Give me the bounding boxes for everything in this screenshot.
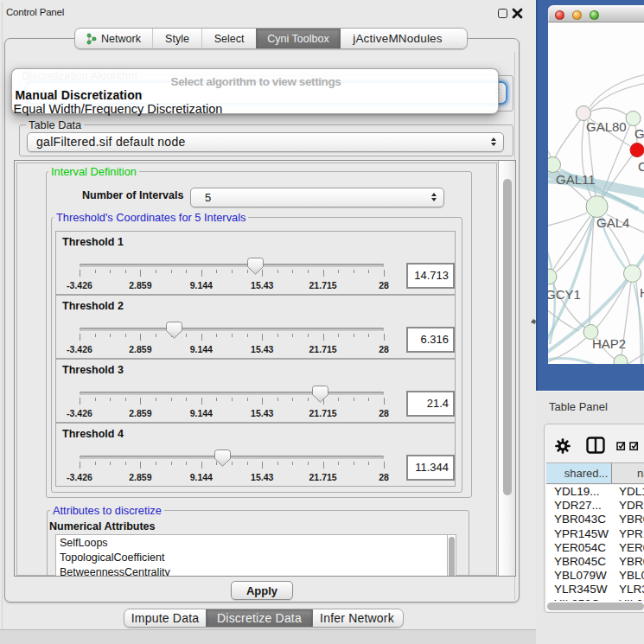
slider-tick-label: 15.43 [236,408,288,418]
cell-shared-name: YDR27... [554,499,602,513]
network-node[interactable] [548,269,557,284]
bottom-tab-discretize-data[interactable]: Discretize Data [206,609,312,627]
cell-shared-name: YLR345W [554,583,608,596]
cell-shared-name: YBR045C [554,555,606,569]
table-row[interactable]: YDR27...YDR277C [546,499,644,513]
slider-tick-label: 9.144 [175,408,227,418]
slider-track[interactable] [80,264,384,267]
network-view-window: GAL80GACGAL11GAL4GCY1HHAP2 [548,5,644,364]
attribute-list-item[interactable]: BetweennessCentrality [60,566,170,576]
tab-label: Style [165,33,189,45]
network-node[interactable] [614,355,628,365]
window-zoom-button[interactable] [590,10,600,21]
dropdown-item-manual-discretization[interactable]: Manual Discretization [16,88,143,102]
slider-major-tick [140,270,141,277]
slider-major-tick [384,270,385,277]
select-rows-checkbox-icon[interactable] [629,441,639,450]
slider-minor-tick [186,334,187,337]
attribute-list-item[interactable]: TopologicalCoefficient [60,552,164,564]
numerical-attributes-list[interactable]: SelfLoopsTopologicalCoefficientBetweenne… [55,534,447,576]
threshold-value-field[interactable]: 21.4 [406,391,455,417]
network-node[interactable] [624,265,641,283]
network-node-label: H [640,285,644,300]
attribute-list-item[interactable]: SelfLoops [60,537,108,549]
tab-style[interactable]: Style [152,29,201,48]
table-horizontal-scrollbar-thumb[interactable] [547,603,644,610]
slider-minor-tick [232,462,233,465]
slider-thumb[interactable] [312,386,328,403]
tab-jactivemnodules[interactable]: jActiveMNodules [340,29,455,48]
slider-thumb[interactable] [214,450,231,467]
slider-tick-label: 21.715 [297,408,349,418]
slider-major-tick [201,270,202,277]
table-row[interactable]: YBL079WYBL079W [546,569,644,583]
slider-major-tick [262,334,263,341]
attributes-list-scrollbar-thumb[interactable] [449,537,455,576]
dropdown-placeholder-item[interactable]: Select algorithm to view settings [12,75,500,88]
table-row[interactable]: YLR345WYLR345W [546,583,644,596]
network-node[interactable] [586,196,608,218]
slider-minor-tick [186,398,187,401]
slider-minor-tick [125,398,126,401]
network-canvas[interactable]: GAL80GACGAL11GAL4GCY1HHAP2 [548,22,644,364]
slider-track[interactable] [80,328,384,331]
network-node-label: GAL11 [556,172,596,187]
slider-minor-tick [156,398,156,401]
tab-cyni-toolbox[interactable]: Cyni Toolbox [256,29,340,48]
control-panel-left-edge [2,2,3,629]
column-header-shared-name[interactable]: shared... [546,463,612,483]
slider-tick-label: 15.43 [236,472,288,482]
network-node-label: GCY1 [548,287,581,302]
threshold-value-field[interactable]: 14.713 [406,263,455,289]
bottom-tab-impute-data[interactable]: Impute Data [124,609,206,627]
network-node[interactable] [548,157,561,173]
network-node[interactable] [626,112,641,126]
bottom-tab-infer-network[interactable]: Infer Network [312,609,401,627]
attributes-list-scrollbar[interactable] [447,534,456,576]
slider-track[interactable] [80,392,384,395]
network-node[interactable] [577,106,591,121]
table-row[interactable]: YIL052CYIL052C [546,597,644,601]
close-panel-button[interactable] [512,8,523,19]
slider-tick-label: 28 [358,472,410,482]
slider-tick-label: 21.715 [297,472,349,482]
tab-select[interactable]: Select [201,29,256,48]
select-columns-checkbox-icon[interactable] [616,441,626,450]
dropdown-item-equal-width[interactable]: Equal Width/Frequency Discretization [14,102,223,116]
table-row[interactable]: YBR043CYBR043C [546,513,644,526]
column-header-name[interactable]: name [612,463,644,483]
float-panel-button[interactable] [498,9,507,18]
split-columns-icon[interactable] [586,437,605,454]
threshold-value-field[interactable]: 6.316 [406,327,455,353]
table-row[interactable]: YER054CYER054C [546,541,644,555]
network-node[interactable] [630,143,644,157]
slider-minor-tick [354,398,354,401]
apply-button[interactable]: Apply [231,581,293,600]
table-row[interactable]: YPR145WYPR145W [546,527,644,541]
column-header-label: shared... [550,467,609,480]
table-panel-title: Table Panel [549,400,608,413]
tab-network[interactable]: Network [75,29,152,48]
slider-major-tick [80,462,80,469]
slider-minor-tick [277,462,278,465]
table-horizontal-scrollbar[interactable] [546,601,644,611]
table-row[interactable]: YDL19...YDL194W [546,485,644,499]
table-header-row: shared... name [546,462,644,484]
network-node-label: GAL4 [596,215,629,230]
threshold-value-field[interactable]: 11.344 [406,455,455,481]
settings-scrollbar[interactable] [498,161,515,576]
table-data-combobox[interactable]: galFiltered.sif default node [27,132,504,152]
slider-minor-tick [292,462,293,465]
slider-track[interactable] [80,456,384,459]
table-row[interactable]: YBR045CYBR045C [546,555,644,569]
slider-major-tick [262,462,263,469]
table-settings-gear-icon[interactable] [555,438,571,454]
slider-thumb[interactable] [247,258,264,275]
window-minimize-button[interactable] [572,10,583,21]
slider-thumb[interactable] [166,322,182,339]
window-close-button[interactable] [555,10,565,21]
attributes-group-title: Attributes to discretize [50,505,164,516]
slider-minor-tick [156,334,156,337]
cell-name: YDR277C [619,499,644,513]
settings-scrollbar-thumb[interactable] [503,179,512,495]
